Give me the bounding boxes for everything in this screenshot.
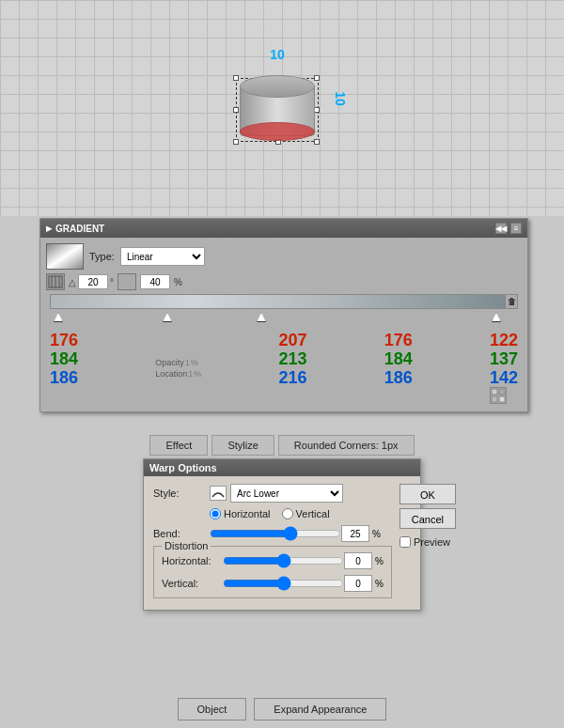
right-b-value: 142 <box>490 369 518 388</box>
stop-marker-3[interactable] <box>257 313 266 322</box>
preview-label: Preview <box>414 536 450 548</box>
bend-slider-container <box>210 527 341 540</box>
location-label: Location <box>155 369 187 379</box>
distortion-group: Distortion Horizontal: % Vertical: % <box>153 546 392 598</box>
ok-cancel-col: OK Cancel Preview <box>400 484 461 602</box>
stop-marker-4[interactable] <box>492 313 501 322</box>
color-options-icon[interactable] <box>490 387 507 404</box>
bend-label: Bend: <box>153 528 210 539</box>
mid-r-value: 207 <box>278 332 306 350</box>
expand-icon: ▶ <box>46 225 52 233</box>
right-g-value: 137 <box>490 350 518 369</box>
warp-content: Style: Arc Lower Arc Arc Upper Arch <box>144 476 420 610</box>
mid2-r-value: 176 <box>384 332 413 350</box>
handle-bl[interactable] <box>233 139 239 145</box>
horiz-dist-value[interactable] <box>344 552 372 569</box>
gradient-icon <box>46 273 65 290</box>
style-select-group: Arc Lower Arc Arc Upper Arch Bulge Flag … <box>210 484 343 503</box>
handle-ml[interactable] <box>233 107 239 113</box>
aspect-icon <box>118 273 136 290</box>
vert-dist-label: Vertical: <box>162 578 223 589</box>
color-section: 176 184 186 Opacity 1 % Location 1 % <box>46 330 522 406</box>
horizontal-radio[interactable] <box>210 508 221 519</box>
color-group-right: 122 137 142 <box>490 332 518 404</box>
vert-dist-slider[interactable] <box>223 577 344 590</box>
preview-checkbox[interactable] <box>400 536 411 548</box>
location-value: 1 <box>188 369 193 379</box>
effect-tab[interactable]: Effect <box>149 435 208 456</box>
bend-percent: % <box>372 529 381 539</box>
left-r-value: 176 <box>50 332 78 350</box>
cylinder-bottom <box>240 122 315 141</box>
expand-appearance-button[interactable]: Expand Appearance <box>254 698 386 720</box>
handle-tr[interactable] <box>314 75 320 81</box>
panel-controls: ◀◀ ≡ <box>495 223 522 234</box>
gradient-type-select[interactable]: Linear Radial <box>120 247 205 266</box>
mid-g-value: 213 <box>278 350 306 369</box>
bottom-buttons: Object Expand Appearance <box>0 698 564 720</box>
aspect-input[interactable] <box>140 274 170 289</box>
gradient-titlebar: ▶ GRADIENT ◀◀ ≡ <box>40 219 527 238</box>
gradient-type-row: Type: Linear Radial <box>46 243 522 270</box>
right-r-value: 122 <box>490 332 518 350</box>
cancel-button[interactable]: Cancel <box>400 508 456 529</box>
vert-dist-value[interactable] <box>344 575 372 592</box>
vert-dist-percent: % <box>375 579 384 589</box>
color-group-mid: 207 213 216 <box>278 332 306 404</box>
left-g-value: 184 <box>50 350 78 369</box>
shape-container: 10 10 <box>226 47 329 150</box>
opacity-label: Opacity <box>155 358 184 367</box>
warp-title: Warp Options <box>144 459 420 476</box>
stylize-tab[interactable]: Stylize <box>212 435 274 456</box>
opacity-location-labels: Opacity 1 % Location 1 % <box>155 332 201 404</box>
rounded-corners-tab[interactable]: Rounded Corners: 1px <box>278 435 415 456</box>
object-button[interactable]: Object <box>178 698 247 720</box>
mid2-g-value: 184 <box>384 350 413 369</box>
color-group-mid2: 176 184 186 <box>384 332 413 404</box>
gradient-bar[interactable] <box>50 294 518 309</box>
svg-rect-6 <box>492 396 497 402</box>
style-icon <box>210 486 227 501</box>
warp-dialog: Warp Options Style: Arc Lower <box>143 458 421 611</box>
handle-tl[interactable] <box>233 75 239 81</box>
orientation-group: Horizontal Vertical <box>210 508 392 519</box>
vertical-radio-label[interactable]: Vertical <box>282 508 330 519</box>
gradient-bar-area: 🗑 <box>50 294 518 309</box>
svg-rect-7 <box>499 396 505 402</box>
horizontal-radio-label[interactable]: Horizontal <box>210 508 271 519</box>
bend-value-input[interactable] <box>341 525 369 542</box>
panel-collapse-btn[interactable]: ◀◀ <box>495 223 507 234</box>
panel-menu-btn[interactable]: ≡ <box>510 223 522 234</box>
warp-main-layout: Style: Arc Lower Arc Arc Upper Arch <box>153 484 411 602</box>
warp-style-select[interactable]: Arc Lower Arc Arc Upper Arch Bulge Flag … <box>230 484 343 503</box>
style-label: Style: <box>153 488 210 499</box>
angle-input[interactable] <box>78 274 108 289</box>
svg-rect-5 <box>499 389 505 395</box>
vertical-radio[interactable] <box>282 508 293 519</box>
color-group-left: 176 184 186 <box>50 332 78 404</box>
gradient-title-left: ▶ GRADIENT <box>46 224 104 234</box>
stop-marker-1[interactable] <box>54 313 63 322</box>
ok-button[interactable]: OK <box>400 484 456 504</box>
bend-slider[interactable] <box>210 527 341 540</box>
degree-label: ° <box>110 277 114 287</box>
gradient-delete-btn[interactable]: 🗑 <box>505 294 518 309</box>
stop-marker-2[interactable] <box>163 313 172 322</box>
mid2-b-value: 186 <box>384 369 413 388</box>
type-label: Type: <box>89 251 115 262</box>
cylinder-shape <box>240 70 315 146</box>
vertical-radio-text: Vertical <box>296 508 330 519</box>
warp-style-row: Style: Arc Lower Arc Arc Upper Arch <box>153 484 392 503</box>
warp-left-col: Style: Arc Lower Arc Arc Upper Arch <box>153 484 392 602</box>
distortion-legend: Distortion <box>162 540 211 551</box>
gradient-panel: ▶ GRADIENT ◀◀ ≡ Type: Linear Radial <box>39 218 528 412</box>
percent-label: % <box>174 277 182 287</box>
horizontal-radio-text: Horizontal <box>224 508 271 519</box>
horiz-dist-slider[interactable] <box>223 554 344 567</box>
angle-arrow-icon: △ <box>69 277 76 287</box>
shape-label-right: 10 <box>333 91 348 106</box>
canvas-area: 10 10 <box>0 0 564 216</box>
angle-group: △ ° <box>69 274 114 289</box>
gradient-preview <box>46 243 84 270</box>
handle-br[interactable] <box>314 139 320 145</box>
